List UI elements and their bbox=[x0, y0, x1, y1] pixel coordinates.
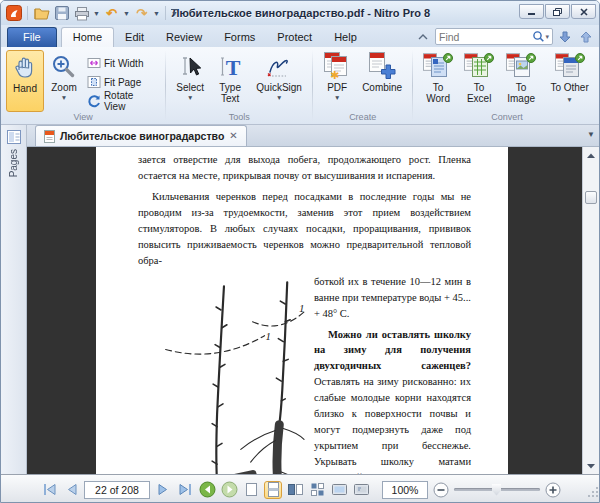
zoom-dropdown-caret[interactable]: ▼ bbox=[61, 94, 67, 101]
zoom-slider[interactable] bbox=[454, 482, 540, 498]
pdf-file-icon bbox=[44, 130, 55, 143]
pages-panel-icon[interactable] bbox=[6, 129, 22, 145]
minimize-button[interactable] bbox=[519, 4, 544, 19]
next-view-button[interactable] bbox=[220, 481, 238, 499]
tab-file[interactable]: File bbox=[7, 27, 57, 47]
tab-review[interactable]: Review bbox=[155, 28, 213, 47]
zoom-slider-thumb[interactable] bbox=[492, 484, 501, 496]
close-window-button[interactable] bbox=[571, 4, 596, 19]
fit-visible-screen-button[interactable] bbox=[330, 481, 348, 499]
resize-grip[interactable] bbox=[587, 484, 599, 502]
tab-forms[interactable]: Forms bbox=[213, 28, 266, 47]
image-document-icon bbox=[506, 52, 536, 80]
next-page-button[interactable] bbox=[154, 481, 172, 499]
tab-edit[interactable]: Edit bbox=[114, 28, 155, 47]
to-excel-label: To Excel bbox=[462, 82, 496, 104]
document-tab-title: Любительское виноградарство bbox=[60, 130, 224, 142]
to-word-button[interactable]: To Word bbox=[418, 50, 458, 112]
select-cursor-icon bbox=[177, 52, 203, 80]
collapse-ribbon-button[interactable] bbox=[414, 28, 432, 45]
combine-label: Combine bbox=[362, 82, 402, 93]
page-indicator-input[interactable] bbox=[84, 481, 150, 499]
redo-dropdown-caret[interactable]: ▼ bbox=[153, 10, 160, 17]
to-other-caret[interactable]: ▼ bbox=[566, 96, 572, 103]
fit-width-button[interactable]: Fit Width bbox=[84, 54, 160, 72]
zoom-tool-button[interactable]: Zoom ▼ bbox=[45, 50, 83, 112]
find-box[interactable]: ▾ bbox=[435, 28, 553, 45]
ribbon: Hand Zoom ▼ Fit Width Fit bbox=[1, 47, 600, 125]
group-label-view: View bbox=[1, 112, 165, 124]
quick-access-toolbar: ▼ ↶ ▼ ↷ ▼ ▼ bbox=[1, 5, 178, 22]
document-canvas[interactable]: зается отверстие для выхода побега, прод… bbox=[27, 147, 600, 474]
find-previous-button[interactable] bbox=[577, 28, 595, 45]
tab-protect[interactable]: Protect bbox=[266, 28, 323, 47]
hand-tool-button[interactable]: Hand bbox=[6, 50, 44, 112]
type-text-label: Type Text bbox=[214, 82, 246, 104]
type-text-button[interactable]: T Type Text bbox=[210, 50, 250, 112]
quicksign-dropdown-caret[interactable]: ▼ bbox=[276, 94, 282, 101]
customize-qat-button[interactable]: ▼ bbox=[171, 9, 178, 17]
close-document-icon[interactable]: ✕ bbox=[229, 131, 237, 141]
undo-dropdown-caret[interactable]: ▼ bbox=[123, 10, 130, 17]
rotate-view-icon bbox=[87, 94, 101, 108]
multi-page-view-button[interactable] bbox=[308, 481, 326, 499]
find-input[interactable] bbox=[439, 31, 532, 43]
pdf-page: зается отверстие для выхода побега, прод… bbox=[96, 147, 508, 474]
previous-view-button[interactable] bbox=[198, 481, 216, 499]
fit-page-button[interactable]: Fit Page bbox=[84, 73, 160, 91]
restore-button[interactable] bbox=[545, 4, 570, 19]
single-page-view-button[interactable] bbox=[242, 481, 260, 499]
tab-help[interactable]: Help bbox=[323, 28, 368, 47]
zoom-out-button[interactable] bbox=[432, 481, 450, 499]
find-next-button[interactable] bbox=[556, 28, 574, 45]
combine-button[interactable]: Combine bbox=[357, 50, 407, 112]
signature-icon bbox=[264, 52, 294, 80]
pages-panel-tab[interactable]: Pages bbox=[8, 149, 19, 177]
vertical-scrollbar[interactable] bbox=[582, 147, 599, 474]
zoom-level-input[interactable] bbox=[382, 481, 428, 499]
scrollbar-thumb[interactable] bbox=[585, 191, 597, 204]
title-bar: ▼ ↶ ▼ ↷ ▼ ▼ Любительское виноградарство.… bbox=[1, 1, 600, 25]
figure-grape-seedlings: 1 1 а б bbox=[138, 276, 306, 474]
group-view: Hand Zoom ▼ Fit Width Fit bbox=[1, 47, 165, 124]
scroll-down-button[interactable] bbox=[583, 458, 599, 474]
previous-page-button[interactable] bbox=[62, 481, 80, 499]
first-page-button[interactable] bbox=[40, 481, 58, 499]
document-tab[interactable]: Любительское виноградарство ✕ bbox=[35, 125, 247, 146]
quicksign-button[interactable]: QuickSign ▼ bbox=[251, 50, 307, 112]
other-document-icon bbox=[555, 52, 585, 80]
find-options-caret[interactable]: ▾ bbox=[545, 33, 549, 41]
continuous-view-button[interactable] bbox=[264, 481, 282, 499]
tab-list-dropdown[interactable]: ▼ bbox=[587, 130, 595, 139]
scroll-up-button[interactable] bbox=[583, 147, 599, 163]
save-button[interactable] bbox=[53, 5, 70, 22]
to-image-button[interactable]: To Image bbox=[500, 50, 542, 112]
last-page-button[interactable] bbox=[176, 481, 194, 499]
select-dropdown-caret[interactable]: ▼ bbox=[187, 94, 193, 101]
select-tool-button[interactable]: Select ▼ bbox=[171, 50, 209, 112]
create-pdf-caret[interactable]: ▼ bbox=[334, 94, 340, 101]
divider bbox=[27, 6, 28, 20]
svg-text:✱: ✱ bbox=[330, 69, 339, 80]
create-pdf-button[interactable]: ✱ PDF ▼ bbox=[318, 50, 356, 112]
to-other-label: To Other ▼ bbox=[546, 82, 593, 104]
redo-button[interactable]: ↷ bbox=[133, 5, 150, 22]
to-excel-button[interactable]: To Excel bbox=[459, 50, 499, 112]
zoom-in-button[interactable] bbox=[544, 481, 562, 499]
quicksign-label: QuickSign bbox=[256, 82, 302, 93]
undo-button[interactable]: ↶ bbox=[103, 5, 120, 22]
tab-home[interactable]: Home bbox=[61, 27, 114, 47]
group-label-create: Create bbox=[313, 112, 412, 124]
fit-width-icon bbox=[87, 56, 101, 70]
facing-pages-view-button[interactable] bbox=[286, 481, 304, 499]
group-label-convert: Convert bbox=[413, 112, 600, 124]
fullscreen-button[interactable] bbox=[352, 481, 370, 499]
status-bar bbox=[1, 474, 600, 503]
print-dropdown-caret[interactable]: ▼ bbox=[93, 10, 100, 17]
print-button[interactable] bbox=[73, 5, 90, 22]
ribbon-tab-bar: File Home Edit Review Forms Protect Help… bbox=[1, 25, 600, 47]
type-text-icon: T bbox=[217, 52, 243, 80]
open-file-button[interactable] bbox=[33, 5, 50, 22]
to-other-button[interactable]: To Other ▼ bbox=[543, 50, 596, 112]
rotate-view-button[interactable]: Rotate View bbox=[84, 92, 160, 110]
